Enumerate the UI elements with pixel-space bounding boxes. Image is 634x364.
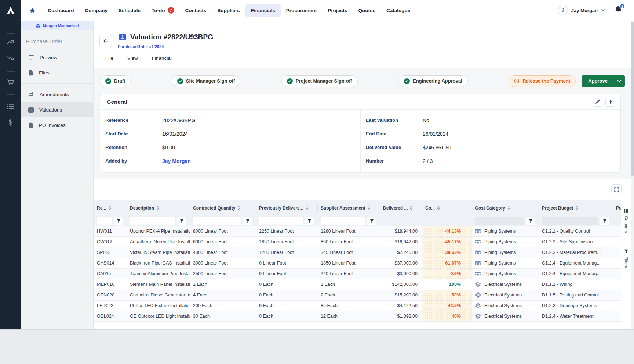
field-value[interactable]: Jay Morgan xyxy=(162,158,191,164)
title-row: Valuation #2822/U93BPG xyxy=(119,33,213,41)
filter-button[interactable] xyxy=(367,217,376,225)
sidebar-item-valuations[interactable]: Valuations xyxy=(21,102,93,117)
nav-item-company[interactable]: Company xyxy=(80,4,113,17)
cell-previously-delivered: 0 Each xyxy=(256,301,317,311)
column-header-re-[interactable]: Re... xyxy=(94,200,127,216)
trend-up-icon[interactable] xyxy=(0,34,21,50)
filter-button[interactable] xyxy=(526,217,535,225)
filter-button[interactable] xyxy=(243,217,252,225)
purchase-order-link[interactable]: Purchase Order #1/2024 xyxy=(118,44,164,49)
table-row[interactable]: HW011Uponor PEX-A Pipe Installation (800… xyxy=(94,226,621,237)
trend-down-icon[interactable] xyxy=(0,50,21,66)
sort-icon xyxy=(437,205,440,210)
sidebar-item-amendments[interactable]: Amendments xyxy=(21,87,93,102)
table-row[interactable]: MEP016Siemens Main Panel Installation1 E… xyxy=(94,279,621,290)
collapse-button[interactable] xyxy=(605,97,615,107)
cart-icon[interactable] xyxy=(0,74,21,91)
scrollbar-thumb[interactable] xyxy=(631,22,634,176)
star-icon xyxy=(29,7,36,14)
table-row[interactable]: GEN020Cummins Diesel Generator Insta4 Ea… xyxy=(94,290,621,301)
nav-item-catalogue[interactable]: Catalogue xyxy=(381,4,416,17)
filter-input[interactable] xyxy=(97,217,112,225)
menu-financial[interactable]: Financial xyxy=(152,55,172,61)
general-field-row: Retention$0.00 xyxy=(100,141,360,154)
workflow-step-site-manager-sign-off[interactable]: Site Manager Sign-off xyxy=(172,75,241,87)
cell-reference-text: CW012 xyxy=(97,239,112,244)
filter-button[interactable] xyxy=(305,217,314,225)
column-header-contracted-quantity[interactable]: Contracted Quantity xyxy=(190,200,256,216)
filter-button[interactable] xyxy=(177,217,186,225)
cell-description: GE Outdoor LED Light Installatio xyxy=(127,311,190,321)
field-label: Reference xyxy=(105,117,162,123)
table-row[interactable]: LED023Philips LED Fixture Installation o… xyxy=(94,301,621,311)
workflow-step-draft[interactable]: Draft xyxy=(100,75,131,87)
favorites-button[interactable] xyxy=(21,7,40,14)
filters-tool[interactable]: Filters xyxy=(624,249,628,268)
column-header-label: Description xyxy=(130,205,154,211)
table-row[interactable]: CA015Transair Aluminum Pipe Installa2500… xyxy=(94,269,621,279)
edit-button[interactable] xyxy=(593,97,602,107)
column-header-cost-category[interactable]: Cost Category xyxy=(472,200,539,216)
nav-item-projects[interactable]: Projects xyxy=(322,4,353,17)
file-icon xyxy=(28,70,33,76)
filter-button[interactable] xyxy=(114,217,123,225)
cell-supplier-assessment-text: 240 Linear Foot xyxy=(321,271,353,276)
menu-view[interactable]: View xyxy=(127,55,138,61)
column-header-description[interactable]: Description xyxy=(127,200,190,216)
logo-a-icon xyxy=(6,6,15,15)
column-header-co-[interactable]: Co... xyxy=(422,200,472,216)
columns-tool[interactable]: Columns xyxy=(624,209,628,233)
list-icon[interactable] xyxy=(0,98,21,114)
filter-input[interactable] xyxy=(259,217,303,225)
sort-icon xyxy=(368,205,371,210)
menu-file[interactable]: File xyxy=(105,55,113,61)
field-value: 16/01/2024 xyxy=(162,131,188,137)
nav-item-to-do[interactable]: To-do7 xyxy=(146,3,179,18)
nav-item-schedule[interactable]: Schedule xyxy=(113,4,146,17)
approve-dropdown-button[interactable] xyxy=(614,75,625,87)
nav-item-contacts[interactable]: Contacts xyxy=(180,4,212,17)
column-header-supplier-assessment[interactable]: Supplier Assessment xyxy=(317,200,380,216)
nav-item-suppliers[interactable]: Suppliers xyxy=(212,4,245,17)
org-breadcrumb[interactable]: Morgan Mechanical xyxy=(21,21,93,30)
cell-description: Victaulic Steam Pipe Installation xyxy=(127,247,190,258)
sidebar-item-files[interactable]: Files xyxy=(21,65,93,80)
column-header-project-budget[interactable]: Project Budget xyxy=(539,200,613,216)
filter-input[interactable] xyxy=(130,217,175,225)
cell-project-budget: D1.2.4 - Water Treatment xyxy=(539,311,613,321)
workflow-step-engineering-approval[interactable]: Engineering Approval xyxy=(398,75,468,87)
sidebar-item-po-invoices[interactable]: PO Invoices xyxy=(21,117,93,133)
columns-label: Columns xyxy=(624,216,628,233)
sidebar-item-preview[interactable]: Preview xyxy=(21,50,93,65)
user-menu[interactable]: J Jay Morgan xyxy=(558,6,605,15)
check-icon xyxy=(177,78,183,84)
filter-input[interactable] xyxy=(321,217,365,225)
nav-item-quotes[interactable]: Quotes xyxy=(353,4,381,17)
app-logo[interactable] xyxy=(0,0,21,21)
cell-description-text: Uponor PEX-A Pipe Installation ( xyxy=(130,229,190,234)
table-row[interactable]: CW012Aquatherm Green Pipe Installati6000… xyxy=(94,237,621,247)
fullscreen-button[interactable] xyxy=(611,184,622,194)
workflow-step-project-manager-sign-off[interactable]: Project Manager Sign-off xyxy=(281,75,358,87)
column-header-previously-delivere-[interactable]: Previously Delivere... xyxy=(256,200,317,216)
filter-button[interactable] xyxy=(600,217,609,225)
dollar-icon[interactable] xyxy=(0,114,21,131)
column-header-delivered-[interactable]: Delivered ... xyxy=(380,200,422,216)
nav-item-financials[interactable]: Financials xyxy=(245,4,281,17)
back-button[interactable] xyxy=(99,34,112,48)
table-row[interactable]: ODL024GE Outdoor LED Light Installatio30… xyxy=(94,311,621,322)
table-row[interactable]: GAS014Black Iron Pipe-GAS Installation30… xyxy=(94,258,621,269)
table-row[interactable]: SP013Victaulic Steam Pipe Installation40… xyxy=(94,247,621,258)
nav-item-procurement[interactable]: Procurement xyxy=(281,4,322,17)
approve-button[interactable]: Approve xyxy=(582,75,625,87)
columns-icon xyxy=(624,209,628,213)
swap-arrows-icon xyxy=(28,92,34,97)
menubar: FileViewFinancial xyxy=(105,55,172,61)
workflow-step-release-the-payment[interactable]: Release the Payment xyxy=(509,75,576,87)
cell-reference: HW011 xyxy=(94,226,127,236)
column-header-pu-[interactable]: Pu... xyxy=(613,200,621,216)
notifications-button[interactable]: 2 xyxy=(614,6,624,15)
cell-delivered-value-text: $18,944.00 xyxy=(394,229,418,234)
nav-item-dashboard[interactable]: Dashboard xyxy=(43,4,80,17)
filter-input[interactable] xyxy=(193,217,241,225)
